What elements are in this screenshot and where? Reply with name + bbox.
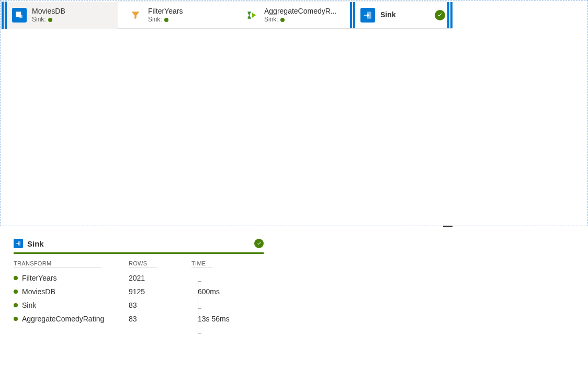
node-subtitle: Sink: — [148, 16, 183, 24]
filter-icon — [128, 8, 143, 23]
sink-icon — [14, 239, 23, 248]
status-dot-icon — [14, 303, 18, 307]
node-title: AggregateComedyR... — [264, 7, 337, 16]
status-dot-icon — [14, 317, 18, 321]
success-check-icon — [435, 10, 445, 20]
metrics-table: TRANSFORM ROWS TIME FilterYears 2021 Mov… — [14, 258, 574, 326]
node-moviesdb[interactable]: MoviesDB Sink: — [2, 2, 124, 29]
panel-header: Sink — [14, 239, 264, 254]
node-title: FilterYears — [148, 7, 183, 16]
selection-accent — [350, 2, 352, 28]
aggregate-icon — [244, 8, 259, 23]
status-dot-icon — [280, 18, 285, 22]
status-dot-icon — [14, 276, 18, 280]
resize-handle[interactable] — [443, 226, 453, 227]
flow-canvas[interactable]: MoviesDB Sink: FilterYears Sink: — [0, 0, 588, 226]
group-bracket — [198, 308, 202, 333]
node-subtitle: Sink: — [32, 16, 65, 24]
panel-title: Sink — [27, 239, 44, 248]
flow-row: MoviesDB Sink: FilterYears Sink: — [2, 2, 586, 29]
source-icon — [12, 8, 27, 23]
node-subtitle: Sink: — [264, 16, 337, 24]
col-rows: ROWS — [129, 258, 157, 268]
status-dot-icon — [48, 18, 52, 22]
node-title: MoviesDB — [32, 7, 65, 16]
node-sink[interactable]: Sink — [350, 2, 453, 29]
details-panel: Sink TRANSFORM ROWS TIME FilterYears 202… — [0, 226, 588, 326]
sink-icon — [360, 8, 375, 23]
selection-accent — [447, 2, 449, 28]
node-filteryears[interactable]: FilterYears Sink: — [118, 2, 240, 29]
selection-accent — [5, 2, 7, 29]
col-time: TIME — [191, 258, 212, 268]
node-aggregate[interactable]: AggregateComedyR... Sink: — [234, 2, 356, 29]
success-check-icon — [254, 239, 264, 248]
status-dot-icon — [14, 290, 18, 294]
node-title: Sink — [380, 10, 396, 20]
selection-accent — [2, 2, 4, 29]
status-dot-icon — [164, 18, 168, 22]
selection-accent — [353, 2, 355, 28]
selection-accent — [450, 2, 453, 28]
col-transform: TRANSFORM — [14, 258, 101, 268]
